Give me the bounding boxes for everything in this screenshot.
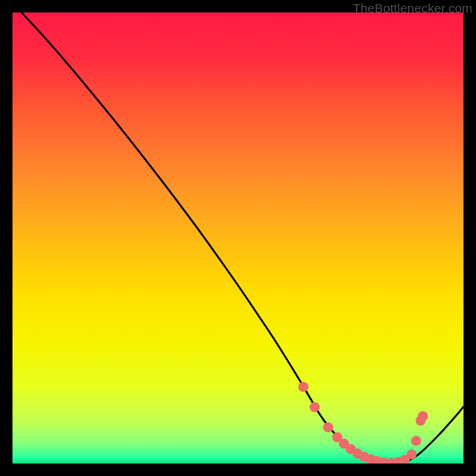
- chart-frame: [12, 12, 464, 464]
- marker-dot: [418, 411, 428, 421]
- marker-dot: [406, 449, 416, 459]
- marker-dot: [323, 422, 333, 433]
- watermark-text: TheBottlenecker.com: [353, 1, 472, 15]
- marker-dot: [298, 382, 308, 392]
- chart-svg: [12, 12, 464, 464]
- marker-dot: [411, 436, 421, 446]
- marker-dot: [309, 402, 320, 412]
